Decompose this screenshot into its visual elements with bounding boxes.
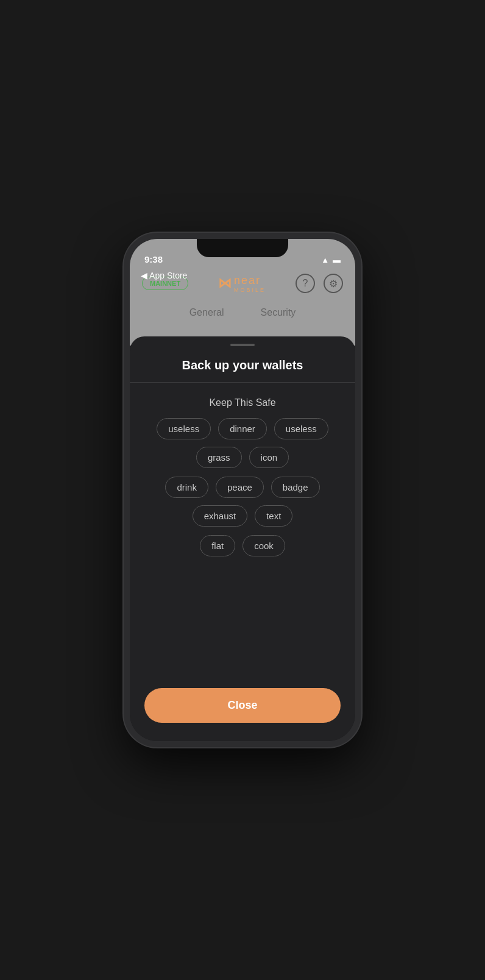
battery-icon: ▬ [333,255,341,265]
seed-words-container: useless dinner useless grass icon drink … [130,418,355,556]
seed-word-6: drink [165,477,208,498]
bg-icons: ? ⚙ [296,274,343,293]
seed-word-3: useless [274,418,328,439]
seed-word-11: flat [200,535,235,556]
seed-word-2: dinner [218,418,267,439]
phone-frame: 9:38 ▲ ▬ ◀ App Store MAINNET ⋈ near MOBI… [124,233,361,747]
tab-security: Security [261,307,296,318]
tab-general: General [189,307,224,318]
status-right: ▲ ▬ [321,255,341,265]
near-logo-sub: MOBILE [234,287,266,293]
status-time: 9:38 [144,254,163,265]
help-icon[interactable]: ? [296,274,315,293]
close-button-wrapper: Close [144,688,341,723]
notch [197,239,288,257]
app-store-back-label: ◀ App Store [141,271,187,280]
bg-tabs: General Security [130,299,355,318]
modal-overlay: Back up your wallets Keep This Safe usel… [130,336,355,741]
seed-word-12: cook [242,535,285,556]
seed-word-4: grass [196,447,242,468]
seed-word-5: icon [249,447,289,468]
near-brand: ⋈ near MOBILE [218,274,266,293]
seed-word-9: exhaust [193,505,248,527]
near-m-icon: ⋈ [218,275,232,291]
seed-word-1: useless [157,418,211,439]
seed-word-7: peace [216,477,264,498]
settings-icon[interactable]: ⚙ [324,274,343,293]
modal-subtitle: Keep This Safe [130,383,355,418]
wifi-icon: ▲ [321,255,329,265]
seed-word-8: badge [271,477,320,498]
near-text-group: near MOBILE [234,274,266,293]
near-logo-text: near [234,274,266,287]
seed-word-10: text [255,505,292,527]
seed-row-1: useless dinner useless grass icon [144,418,341,468]
close-button[interactable]: Close [144,688,341,723]
seed-row-3: flat cook [144,535,341,556]
app-store-back[interactable]: ◀ App Store [141,271,187,280]
modal-title: Back up your wallets [130,346,355,382]
near-brand-row: ⋈ near MOBILE [218,274,266,293]
seed-row-2: drink peace badge exhaust text [144,477,341,527]
